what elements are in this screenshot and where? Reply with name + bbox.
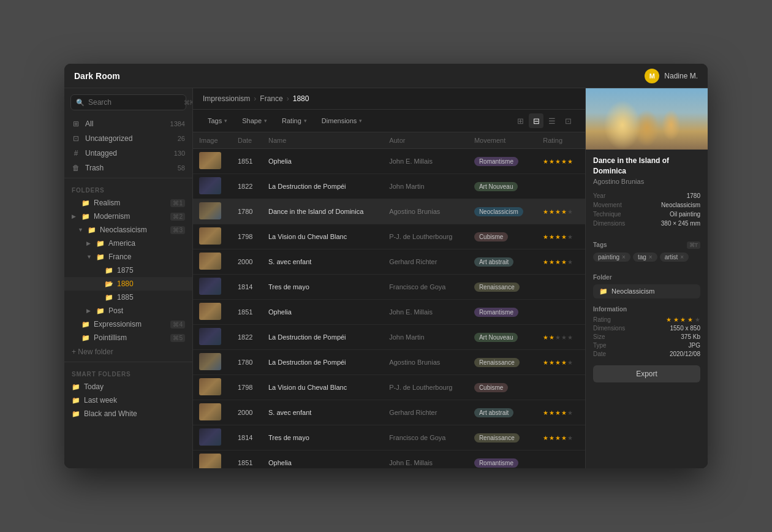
folder-icon-realism: 📁 — [81, 199, 90, 207]
smart-folder-black-and-white[interactable]: 📁 Black and White — [64, 407, 192, 420]
cell-name: Dance in the Island of Dominica — [262, 199, 383, 224]
images-table: Image Date Name Autor Movement Rating 18… — [193, 132, 585, 468]
view-list[interactable]: ☰ — [545, 113, 559, 128]
breadcrumb-sep-1: › — [254, 94, 256, 103]
breadcrumb-1880[interactable]: 1880 — [293, 94, 309, 103]
table-row[interactable]: 2000S. avec enfantGerhard RichterArt abs… — [193, 249, 585, 275]
export-button[interactable]: Export — [593, 365, 700, 382]
cell-image — [193, 400, 232, 425]
cell-date: 1780 — [232, 350, 262, 375]
tag-painting-close[interactable]: × — [622, 254, 626, 260]
star-4: ★ — [687, 316, 693, 323]
filter-shape[interactable]: Shape ▾ — [237, 115, 272, 126]
cell-rating: ★★★★★ — [537, 350, 585, 375]
filter-dimensions[interactable]: Dimensions ▾ — [317, 115, 367, 126]
search-input[interactable] — [88, 98, 180, 107]
table-row[interactable]: 1798La Vision du Cheval BlancP-J. de Lou… — [193, 375, 585, 400]
tag-painting-label: painting — [598, 254, 619, 260]
tag-tag-close[interactable]: × — [649, 254, 653, 260]
cell-movement: Art abstrait — [468, 249, 537, 275]
filter-tags[interactable]: Tags ▾ — [203, 115, 232, 126]
folder-post-label: Post — [108, 306, 123, 315]
table-row[interactable]: 1798La Vision du Cheval BlancP-J. de Lou… — [193, 224, 585, 249]
folder-pointillism[interactable]: 📁 Pointillism ⌘5 — [64, 331, 192, 344]
cell-author: Francisco de Goya — [383, 275, 468, 300]
table-row[interactable]: 1780La Destruction de PompéiAgostino Bru… — [193, 350, 585, 375]
detail-title: Dance in the Island of Dominica — [593, 156, 700, 177]
table-row[interactable]: 1814Tres de mayoFrancisco de GoyaRenaiss… — [193, 425, 585, 450]
folder-section-header: Folder — [593, 274, 700, 281]
sidebar-item-all[interactable]: ⊞ All 1384 — [64, 116, 192, 131]
folder-modernism[interactable]: ▶ 📁 Modernism ⌘2 — [64, 210, 192, 223]
view-grid-large[interactable]: ⊟ — [529, 113, 543, 128]
folder-expressionism[interactable]: 📁 Expressionism ⌘4 — [64, 317, 192, 331]
sidebar: 🔍 ⌘K ⊞ All 1384 ⊡ Uncategorized 26 # Unt… — [64, 88, 193, 468]
table-container: Image Date Name Autor Movement Rating 18… — [193, 132, 585, 468]
table-row[interactable]: 1822La Destruction de PompéiJohn MartinA… — [193, 174, 585, 199]
cell-image — [193, 199, 232, 224]
cell-image — [193, 275, 232, 300]
breadcrumb-france[interactable]: France — [260, 94, 282, 103]
folder-icon-bw: 📁 — [72, 410, 80, 418]
cell-movement: Renaissance — [468, 350, 537, 375]
cell-date: 1798 — [232, 224, 262, 249]
tag-artist[interactable]: artist × — [660, 253, 689, 262]
filter-rating[interactable]: Rating ▾ — [277, 115, 312, 126]
sidebar-item-untagged[interactable]: # Untagged 130 — [64, 146, 192, 161]
table-row[interactable]: 1851OpheliaJohn E. MillaisRomantisme — [193, 450, 585, 469]
cell-rating — [537, 450, 585, 469]
sidebar-item-uncategorized[interactable]: ⊡ Uncategorized 26 — [64, 131, 192, 146]
folder-america[interactable]: ▶ 📁 America — [64, 237, 192, 250]
breadcrumb-impressionism[interactable]: Impressionism — [203, 94, 250, 103]
folder-post[interactable]: ▶ 📁 Post — [64, 304, 192, 317]
smart-folder-today[interactable]: 📁 Today — [64, 380, 192, 393]
info-size-label: Size — [593, 333, 605, 340]
hash-icon: # — [72, 149, 80, 158]
folder-icon-1875: 📁 — [105, 267, 113, 275]
tag-icon: ⊡ — [72, 134, 80, 143]
search-box[interactable]: 🔍 ⌘K — [70, 94, 186, 110]
folder-1875[interactable]: 📁 1875 — [64, 264, 192, 277]
cell-author: P-J. de Loutherbourg — [383, 224, 468, 249]
view-grid-small[interactable]: ⊞ — [513, 113, 528, 128]
cell-image — [193, 325, 232, 350]
table-row[interactable]: 1851OpheliaJohn E. MillaisRomantisme — [193, 300, 585, 325]
table-row[interactable]: 2000S. avec enfantGerhard RichterArt abs… — [193, 400, 585, 425]
table-row[interactable]: 1851OpheliaJohn E. MillaisRomantisme★★★★… — [193, 149, 585, 174]
cell-name: La Destruction de Pompéi — [262, 325, 383, 350]
table-row[interactable]: 1780Dance in the Island of DominicaAgost… — [193, 199, 585, 224]
smart-folder-last-week[interactable]: 📁 Last week — [64, 393, 192, 407]
folder-realism[interactable]: 📁 Realism ⌘1 — [64, 196, 192, 210]
tag-tag[interactable]: tag × — [633, 253, 657, 262]
folder-1880[interactable]: 📂 1880 — [64, 277, 192, 291]
folder-icon-today: 📁 — [72, 383, 80, 391]
filter-shape-label: Shape — [242, 117, 262, 124]
detail-folder-chip[interactable]: 📁 Neoclassicism — [593, 284, 700, 298]
tag-artist-close[interactable]: × — [680, 254, 684, 260]
folder-france[interactable]: ▼ 📁 France — [64, 250, 192, 264]
shortcut-modernism: ⌘2 — [170, 213, 185, 221]
table-row[interactable]: 1814Tres de mayoFrancisco de GoyaRenaiss… — [193, 275, 585, 300]
folder-1885[interactable]: 📁 1885 — [64, 291, 192, 304]
new-folder-button[interactable]: + New folder — [64, 344, 192, 359]
detail-technique-label: Technique — [593, 211, 621, 218]
folder-neoclassicism[interactable]: ▼ 📁 Neoclassicism ⌘3 — [64, 223, 192, 237]
sidebar-item-trash[interactable]: 🗑 Trash 58 — [64, 161, 192, 175]
cell-author: P-J. de Loutherbourg — [383, 375, 468, 400]
view-detail[interactable]: ⊡ — [561, 113, 575, 128]
table-row[interactable]: 1822La Destruction de PompéiJohn MartinA… — [193, 325, 585, 350]
col-date: Date — [232, 132, 262, 149]
cell-image — [193, 149, 232, 174]
search-shortcut: ⌘K — [184, 99, 193, 106]
folder-icon-neoclassicism: 📁 — [88, 226, 96, 234]
expander-modernism: ▶ — [72, 213, 78, 219]
tag-painting[interactable]: painting × — [593, 253, 630, 262]
cell-name: Ophelia — [262, 450, 383, 469]
smart-folders-section-label: SMART FOLDERS — [64, 365, 192, 380]
cell-author: Gerhard Richter — [383, 249, 468, 275]
cell-date: 1780 — [232, 199, 262, 224]
cell-movement: Cubisme — [468, 375, 537, 400]
detail-dimensions-label: Dimensions — [593, 220, 625, 227]
folder-chip-icon: 📁 — [599, 287, 608, 295]
col-movement: Movement — [468, 132, 537, 149]
